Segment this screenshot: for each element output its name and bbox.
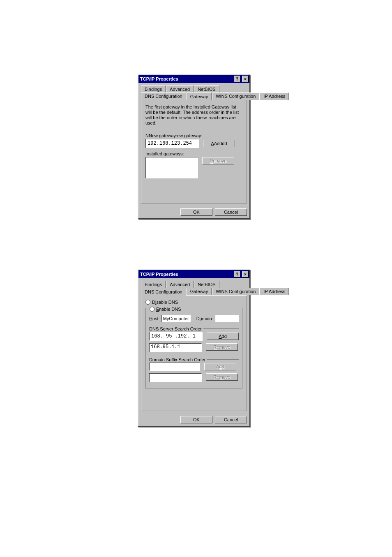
add-gateway-button[interactable]: AAdddd: [203, 140, 235, 147]
tab-pane-dns: Disable DNS Enable DNS Host: MyComputer: [141, 295, 247, 411]
tab-netbios[interactable]: NetBIOS: [194, 86, 219, 92]
add-dns-button[interactable]: Add: [207, 333, 239, 340]
tcpip-properties-dialog-gateway: TCP/IP Properties ? × Bindings Advanced …: [138, 74, 250, 219]
dialog-footer: OK Cancel: [138, 206, 249, 218]
domain-input[interactable]: [215, 315, 239, 322]
ok-button[interactable]: OK: [180, 208, 212, 216]
tab-strip: Bindings Advanced NetBIOS DNS Configurat…: [141, 281, 247, 411]
domain-label: Domain:: [196, 316, 213, 321]
tab-strip: Bindings Advanced NetBIOS DNS Configurat…: [141, 86, 247, 203]
tab-ip-address[interactable]: IP Address: [260, 92, 289, 100]
enable-dns-radio[interactable]: Enable DNS: [148, 305, 182, 312]
cancel-button[interactable]: Cancel: [215, 416, 247, 423]
remove-gateway-button[interactable]: Remove: [202, 157, 234, 164]
domain-suffix-order-label: Domain Suffix Search Order: [149, 357, 207, 362]
radio-icon: [150, 307, 154, 312]
enable-dns-group: Enable DNS Host: MyComputer Domain: DNS …: [145, 308, 242, 388]
domain-suffix-list[interactable]: [149, 373, 202, 382]
tab-advanced[interactable]: Advanced: [166, 281, 194, 288]
cancel-button[interactable]: Cancel: [215, 208, 247, 216]
close-button[interactable]: ×: [242, 76, 249, 82]
tcpip-properties-dialog-dns: TCP/IP Properties ? × Bindings Advanced …: [138, 269, 250, 427]
titlebar-buttons: ? ×: [233, 76, 249, 82]
titlebar-buttons: ? ×: [233, 271, 249, 277]
tab-gateway[interactable]: Gateway: [187, 92, 212, 100]
close-button[interactable]: ×: [242, 271, 249, 277]
host-input[interactable]: MyComputer: [161, 315, 191, 322]
ok-button[interactable]: OK: [180, 416, 212, 423]
help-button[interactable]: ?: [234, 271, 240, 277]
dialog-title: TCP/IP Properties: [140, 272, 178, 277]
dns-server-input[interactable]: 168. 95 .192. 1: [149, 332, 203, 341]
titlebar[interactable]: TCP/IP Properties ? ×: [138, 270, 249, 278]
new-gateway-input[interactable]: 192.168.123.254: [145, 139, 199, 148]
add-suffix-button[interactable]: Add: [204, 363, 236, 370]
tab-dns-configuration[interactable]: DNS Configuration: [141, 92, 186, 100]
help-button[interactable]: ?: [234, 76, 240, 82]
tab-ip-address[interactable]: IP Address: [260, 288, 289, 295]
tab-wins-configuration[interactable]: WINS Configuration: [212, 288, 259, 295]
tab-bindings[interactable]: Bindings: [141, 281, 166, 288]
dns-server-list[interactable]: 168.95.1.1: [149, 343, 202, 352]
tab-bindings[interactable]: Bindings: [141, 86, 166, 92]
enable-dns-label: Enable DNS: [156, 307, 181, 312]
dns-search-order-label: DNS Server Search Order: [149, 326, 203, 331]
dialog-footer: OK Cancel: [138, 414, 249, 426]
new-gateway-label: NNew gateway:ew gateway:: [145, 133, 242, 138]
disable-dns-radio[interactable]: Disable DNS: [145, 300, 178, 305]
tab-wins-configuration[interactable]: WINS Configuration: [212, 92, 259, 100]
gateway-description: The first gateway in the Installed Gatew…: [145, 104, 242, 126]
remove-dns-button[interactable]: Remove: [206, 343, 238, 351]
tab-dns-configuration[interactable]: DNS Configuration: [141, 288, 186, 296]
installed-gateways-list[interactable]: [145, 157, 198, 178]
dialog-title: TCP/IP Properties: [140, 76, 178, 81]
titlebar[interactable]: TCP/IP Properties ? ×: [138, 75, 249, 83]
tab-gateway[interactable]: Gateway: [187, 288, 212, 295]
tab-netbios[interactable]: NetBIOS: [194, 281, 219, 288]
disable-dns-label: Disable DNS: [152, 300, 178, 305]
radio-icon: [145, 300, 150, 305]
tab-pane-gateway: The first gateway in the Installed Gatew…: [141, 100, 247, 203]
remove-suffix-button[interactable]: Remove: [206, 373, 238, 381]
installed-gateways-label: Installed gateways:: [145, 151, 242, 156]
tab-advanced[interactable]: Advanced: [166, 86, 194, 92]
domain-suffix-input[interactable]: [149, 363, 200, 371]
host-label: Host:: [149, 316, 160, 321]
